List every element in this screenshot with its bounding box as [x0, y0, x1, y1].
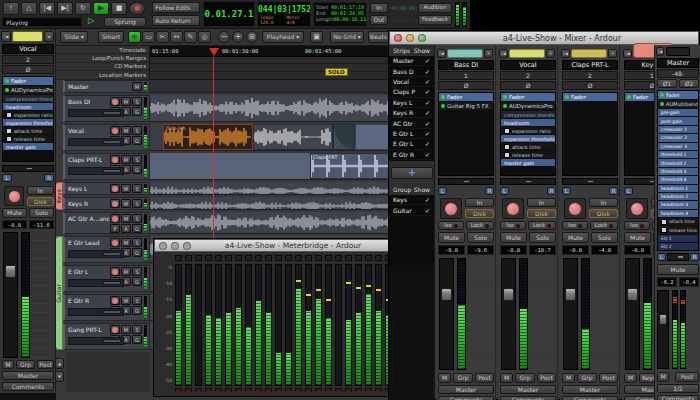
group-button[interactable]: Grp — [577, 373, 597, 383]
strip-hide-button[interactable]: |◀ — [1, 31, 11, 42]
track-gain-slider[interactable] — [68, 308, 124, 316]
strip-close-button[interactable]: × — [608, 49, 617, 58]
mute-button[interactable]: M — [121, 267, 131, 276]
monitor-disk-button[interactable]: Disk — [527, 209, 556, 218]
processor-row[interactable]: AUDynamicsPro — [501, 102, 555, 111]
track-scroll-down-button[interactable]: ▼ — [55, 371, 64, 382]
strip-input-button[interactable]: 1 — [438, 71, 494, 80]
solo-button[interactable]: Solo — [529, 232, 556, 243]
zoom-fit-button[interactable]: ⊞ — [246, 31, 258, 43]
solo-button[interactable]: S — [132, 155, 142, 164]
pan-left-button[interactable]: L — [624, 187, 633, 195]
strip-hide-button[interactable]: |◀ — [499, 49, 508, 58]
transport-button[interactable]: ▶| — [57, 2, 73, 15]
track-name[interactable]: Claps PRT-L — [68, 156, 102, 163]
track-header[interactable]: Keys L M S — [63, 182, 150, 195]
fader-track[interactable] — [563, 258, 578, 370]
vocal-region-take[interactable] — [253, 124, 333, 150]
metering-button[interactable]: M — [624, 373, 637, 383]
fader-track[interactable] — [3, 232, 18, 358]
plugin-param[interactable]: threshold 1 — [658, 151, 698, 159]
plugin-param[interactable]: crossover 3 — [658, 143, 698, 151]
record-enable-button[interactable] — [110, 214, 120, 223]
metering-button[interactable]: M — [500, 373, 513, 383]
group-button[interactable]: Grp — [453, 373, 473, 383]
strip-color-tab[interactable] — [571, 49, 607, 58]
metering-button[interactable]: M — [438, 373, 451, 383]
meter-rec-button[interactable] — [355, 255, 362, 261]
pan-right-button[interactable]: R — [547, 187, 556, 195]
plugin-param[interactable]: master gain — [3, 143, 53, 151]
zoom-button[interactable] — [418, 34, 426, 42]
solo-button[interactable]: Solo — [467, 232, 494, 243]
meter-name-button[interactable] — [295, 388, 302, 393]
zoom-out-button[interactable]: − — [218, 31, 230, 43]
auto-return-toggle[interactable]: Auto Return — [152, 15, 200, 26]
meter-rec-button[interactable] — [245, 255, 252, 261]
smart-mode-toggle[interactable]: Smart — [98, 31, 124, 43]
zoom-button[interactable] — [183, 242, 191, 250]
strip-color-tab[interactable] — [12, 31, 43, 42]
track-scroll-up-button[interactable]: ▲ — [55, 358, 64, 369]
mute-button[interactable]: Mute — [438, 232, 465, 243]
processor-row[interactable]: Fader — [439, 93, 493, 102]
meter-point-button[interactable]: Post — [675, 372, 699, 382]
peak-display[interactable]: -4.0 — [591, 245, 618, 255]
group-list-item[interactable]: Keys✓ — [389, 195, 434, 205]
minimize-button[interactable] — [171, 242, 179, 250]
meter-rec-button[interactable] — [375, 255, 382, 261]
plugin-param[interactable]: crossover 2 — [658, 134, 698, 142]
group-tab-keys[interactable]: Keys — [55, 182, 63, 210]
processor-fader[interactable]: Fader — [3, 77, 53, 86]
output-button[interactable]: Master — [562, 385, 618, 394]
phase-1-button[interactable]: Ø1 — [657, 79, 677, 88]
track-gain-slider[interactable] — [68, 337, 124, 345]
strip-name[interactable]: Master — [657, 58, 699, 68]
meter-name-button[interactable] — [255, 388, 262, 393]
monitor-input-button[interactable]: In — [465, 198, 494, 207]
transport-button[interactable]: △ — [21, 2, 37, 15]
mute-button[interactable]: M — [121, 238, 131, 247]
punch-out-button[interactable]: Out — [370, 15, 388, 25]
meter-rec-button[interactable] — [325, 255, 332, 261]
transport-button[interactable]: ● — [129, 2, 145, 15]
record-arm-button[interactable] — [4, 186, 24, 206]
strip-list-item[interactable]: Keys L✓ — [389, 98, 434, 108]
strip-list-item[interactable]: AC Gtr✓ — [389, 118, 434, 128]
plugin-param[interactable]: attack time — [3, 127, 53, 135]
track-name[interactable]: Keys R — [68, 200, 88, 207]
processor-box[interactable]: Fader — [562, 92, 618, 176]
plugin-param[interactable]: headroom 3 — [658, 201, 698, 209]
phase-2-button[interactable]: Ø2 — [679, 79, 699, 88]
processor-row[interactable]: Guitar Rig 5 FX — [439, 102, 493, 111]
pan-left-button[interactable]: L — [438, 187, 447, 195]
edit-tool-button[interactable]: ◎ — [198, 31, 211, 43]
ruler-label[interactable]: Timecode — [56, 46, 149, 54]
track-name[interactable]: Gang PRT-L — [68, 326, 102, 333]
track-header[interactable]: Claps PRT-L M S P A G — [63, 153, 150, 180]
mute-button[interactable]: M — [121, 155, 131, 164]
metering-button[interactable]: M — [2, 360, 14, 369]
meter-name-button[interactable] — [285, 388, 292, 393]
plugin-param[interactable]: release time — [658, 226, 698, 234]
strip-color-tab[interactable] — [447, 49, 483, 58]
mute-button[interactable]: M — [121, 126, 131, 135]
strip-hide-button[interactable]: |◀ — [561, 49, 570, 58]
pan-right-button[interactable]: R — [485, 187, 494, 195]
solo-lock-button[interactable]: Lock — [528, 221, 556, 230]
record-enable-button[interactable] — [110, 238, 120, 247]
plugin-param[interactable]: headroom 1 — [658, 185, 698, 193]
minimize-button[interactable] — [406, 34, 414, 42]
track-header[interactable]: Vocal M S P A G — [63, 124, 150, 151]
transport-button[interactable]: ▶ — [93, 2, 109, 15]
solo-iso-button[interactable]: Iso — [624, 221, 650, 230]
pan-left-button[interactable]: L — [2, 174, 12, 182]
main-clock[interactable]: 00.01.27.13 — [203, 1, 255, 27]
zoom-focus-dropdown[interactable]: Playhead ▾ — [262, 31, 304, 43]
strip-list-item[interactable]: E Gtr R✓ — [389, 150, 434, 160]
solo-button[interactable]: S — [132, 267, 142, 276]
plugin-param[interactable]: threshold 3 — [658, 168, 698, 176]
group-tab-guitar[interactable]: Guitar — [55, 236, 63, 350]
mute-button[interactable]: Mute — [500, 232, 527, 243]
strip-name[interactable]: Claps PRT-L — [562, 60, 618, 70]
